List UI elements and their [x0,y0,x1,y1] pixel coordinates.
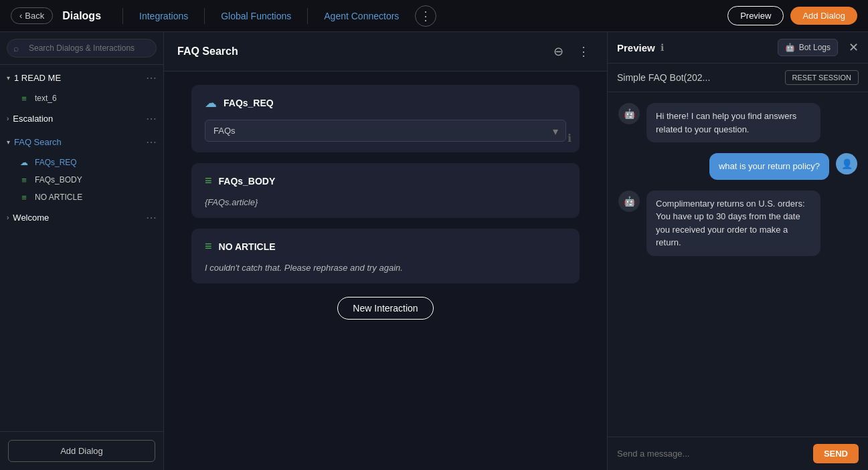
new-interaction-button[interactable]: New Interaction [337,297,433,320]
preview-info-icon[interactable]: ℹ [661,42,664,53]
add-dialog-sidebar-button[interactable]: Add Dialog [8,440,155,462]
faq-select-wrapper: FAQs [205,120,566,142]
dialog-header: FAQ Search ⊖ ⋮ [164,32,607,72]
lines-icon: ≡ [205,239,212,253]
group-options-icon[interactable]: ⋯ [146,136,157,148]
sidebar-group-faq-search[interactable]: ▾ FAQ Search ⋯ [0,130,163,154]
dialog-settings-icon[interactable]: ⊖ [548,41,568,62]
chevron-right-icon: › [7,214,9,221]
bot-logs-icon: 🤖 [785,43,795,52]
lines-icon: ≡ [19,193,29,202]
back-button[interactable]: ‹ Back [11,7,53,24]
card-faqs-body: ≡ FAQs_BODY {FAQs.article} [191,163,580,218]
nav-divider-1 [122,8,123,24]
back-arrow-icon: ‹ [19,11,22,21]
group-options-icon[interactable]: ⋯ [146,72,157,84]
nav-integrations[interactable]: Integrations [128,11,199,21]
lines-icon: ≡ [19,175,29,185]
nav-global-functions[interactable]: Global Functions [210,11,302,21]
preview-header: Preview ℹ 🤖 Bot Logs ✕ [608,32,868,64]
sidebar-group-read-me[interactable]: ▾ 1 READ ME ⋯ [0,66,163,90]
user-avatar: 👤 [836,153,857,174]
close-preview-button[interactable]: ✕ [849,40,859,55]
nav-title: Dialogs [62,10,101,22]
chat-message-bot-2: 🤖 Complimentary returns on U.S. orders: … [618,191,857,256]
bot-avatar: 🤖 [618,103,640,124]
preview-chat: 🤖 Hi there! I can help you find answers … [608,92,868,437]
nav-right: Preview Add Dialog [727,6,857,25]
preview-session-bar: Simple FAQ Bot(202... RESET SESSION [608,64,868,92]
nav-divider-3 [307,8,308,24]
main-layout: ▾ 1 READ ME ⋯ ≡ text_6 › Escalation ⋯ ▾ … [0,32,868,470]
sidebar-item-faqs-body[interactable]: ≡ FAQs_BODY [0,171,163,189]
bot-logs-button[interactable]: 🤖 Bot Logs [778,39,838,56]
cloud-icon: ☁ [19,158,29,167]
sidebar: ▾ 1 READ ME ⋯ ≡ text_6 › Escalation ⋯ ▾ … [0,32,164,470]
lines-icon: ≡ [19,94,29,103]
preview-panel: Preview ℹ 🤖 Bot Logs ✕ Simple FAQ Bot(20… [607,32,868,470]
center-content: FAQ Search ⊖ ⋮ ☁ FAQs_REQ FAQs ℹ [164,32,607,470]
chat-bubble: Hi there! I can help you find answers re… [646,103,820,142]
chat-message-user-1: 👤 what is your return policy? [618,153,857,180]
nav-agent-connectors[interactable]: Agent Connectors [313,11,410,21]
card-header: ≡ NO ARTICLE [205,239,566,253]
info-icon[interactable]: ℹ [568,132,572,144]
lines-icon: ≡ [205,174,212,188]
no-article-text: I couldn't catch that. Please rephrase a… [205,263,566,273]
faqs-body-text: {FAQs.article} [205,197,566,207]
top-nav: ‹ Back Dialogs Integrations Global Funct… [0,0,868,32]
preview-button[interactable]: Preview [727,6,784,25]
sidebar-bottom: Add Dialog [0,431,163,470]
card-header: ☁ FAQs_REQ [205,96,566,110]
card-no-article: ≡ NO ARTICLE I couldn't catch that. Plea… [191,229,580,283]
chevron-down-icon: ▾ [7,74,10,82]
sidebar-item-text6[interactable]: ≡ text_6 [0,90,163,107]
sidebar-group-welcome[interactable]: › Welcome ⋯ [0,206,163,229]
preview-input-bar: SEND [608,437,868,470]
faq-select[interactable]: FAQs [205,120,566,142]
send-button[interactable]: SEND [813,444,859,463]
user-chat-bubble: what is your return policy? [709,153,829,180]
sidebar-group-escalation[interactable]: › Escalation ⋯ [0,107,163,130]
card-header: ≡ FAQs_BODY [205,174,566,188]
bot-avatar: 🤖 [618,191,640,212]
sidebar-groups: ▾ 1 READ ME ⋯ ≡ text_6 › Escalation ⋯ ▾ … [0,65,163,231]
bot-name: Simple FAQ Bot(202... [617,72,780,83]
card-faqs-req: ☁ FAQs_REQ FAQs ℹ [191,85,580,152]
search-wrapper [7,39,157,57]
search-input[interactable] [7,39,157,57]
sidebar-item-faqs-req[interactable]: ☁ FAQs_REQ [0,154,163,171]
chat-message-bot-1: 🤖 Hi there! I can help you find answers … [618,103,857,142]
cloud-icon: ☁ [205,96,217,110]
message-input[interactable] [617,449,806,459]
preview-label: Preview [617,42,655,53]
add-dialog-nav-button[interactable]: Add Dialog [790,7,857,25]
dialog-canvas: ☁ FAQs_REQ FAQs ℹ ≡ FAQs_BODY {FAQs.arti… [164,72,607,470]
sidebar-search-area [0,32,163,65]
reset-session-button[interactable]: RESET SESSION [785,70,859,85]
dialog-title: FAQ Search [177,45,543,57]
group-options-icon[interactable]: ⋯ [146,112,157,125]
chevron-right-icon: › [7,115,9,122]
more-options-button[interactable]: ⋮ [415,5,436,27]
chat-bubble: Complimentary returns on U.S. orders: Yo… [646,191,820,256]
nav-divider-2 [204,8,205,24]
sidebar-item-no-article[interactable]: ≡ NO ARTICLE [0,189,163,206]
dialog-more-icon[interactable]: ⋮ [574,41,594,62]
chevron-down-icon: ▾ [7,138,10,146]
group-options-icon[interactable]: ⋯ [146,211,157,224]
